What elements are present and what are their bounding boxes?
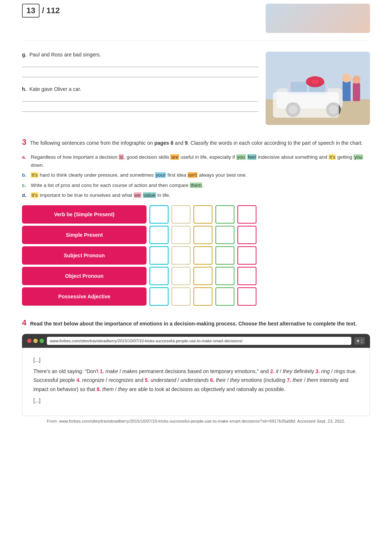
num-3: 3. [315, 368, 320, 374]
page-counter: 13 / 112 [22, 4, 60, 18]
chart-box[interactable] [193, 226, 212, 244]
chart-box[interactable] [149, 287, 169, 306]
chart-box[interactable] [149, 205, 169, 224]
svg-point-11 [311, 80, 319, 84]
chart-label-simple-present: Simple Present [22, 226, 147, 244]
word-you2: you [354, 154, 363, 160]
num-4: 4. [77, 377, 81, 383]
exercise-g-text: g. Paul and Ross are bad singers. [22, 52, 258, 58]
chart-box[interactable] [237, 246, 256, 265]
chart-box[interactable] [149, 226, 169, 244]
section-4: 4 Read the text below about the importan… [22, 317, 370, 423]
section-gh-right [266, 52, 370, 125]
chart-row-possessive-adjective: Possessive Adjective [22, 287, 370, 306]
exercise-h-label: h. [22, 86, 26, 92]
option-understand[interactable]: understand [151, 377, 176, 383]
option-them2[interactable]: them [102, 386, 114, 392]
exercise-h: h. Kate gave Oliver a car. [22, 86, 258, 112]
word-your1: your [155, 172, 166, 178]
exercise-g: g. Paul and Ross are bad singers. [22, 52, 258, 77]
chart-box[interactable] [215, 205, 234, 224]
word-is: is [119, 154, 124, 160]
chart-row-verb-be: Verb be (Simple Present) [22, 205, 370, 224]
browser-url[interactable]: www.forbes.com/sites/travisbradberry/201… [47, 337, 351, 345]
exercise-g-line2[interactable] [22, 70, 258, 77]
option-they3[interactable]: they [118, 386, 127, 392]
browser-more-button[interactable]: + : [354, 337, 365, 345]
chart-box[interactable] [237, 267, 256, 285]
ellipsis-end: [...] [33, 397, 359, 405]
option-recognize[interactable]: recognize [82, 377, 104, 383]
option-them[interactable]: them [307, 377, 318, 383]
option-rings[interactable]: rings [334, 368, 345, 374]
car-image [266, 52, 370, 125]
exercise-g-label: g. [22, 52, 26, 58]
chart-box[interactable] [171, 267, 191, 285]
chart-box[interactable] [193, 205, 212, 224]
chart-boxes-object-pronoun [149, 267, 256, 285]
letter-d: d. [22, 191, 28, 199]
option-recognizes[interactable]: recognizes [108, 377, 133, 383]
chart-label-object-pronoun: Object Pronoun [22, 267, 147, 285]
chart-box[interactable] [149, 267, 169, 285]
exercise-h-sentence: Kate gave Oliver a car. [29, 86, 81, 92]
chart-box[interactable] [193, 287, 212, 306]
chart-box[interactable] [149, 246, 169, 265]
word-we: we [134, 192, 141, 198]
browser-content: [...] There's an old saying: "Don't 1. m… [22, 348, 370, 416]
option-understands[interactable]: understands [181, 377, 209, 383]
chart-box[interactable] [193, 246, 212, 265]
exercise-g-sentence: Paul and Ross are bad singers. [29, 52, 101, 58]
chart-row-object-pronoun: Object Pronoun [22, 267, 370, 285]
chart-box[interactable] [237, 205, 256, 224]
chart-box[interactable] [193, 267, 212, 285]
word-its2: It's [31, 172, 38, 178]
maximize-dot[interactable] [40, 339, 44, 343]
letter-a: a. [22, 153, 28, 169]
chart-box[interactable] [171, 226, 191, 244]
option-makes[interactable]: makes [122, 368, 137, 374]
letter-c: c. [22, 181, 28, 189]
svg-point-15 [352, 76, 360, 84]
list-item: d. It's important to be true to ourselve… [22, 191, 370, 199]
svg-point-6 [286, 102, 300, 117]
word-them: them [190, 183, 202, 188]
exercise-g-line1[interactable] [22, 60, 258, 67]
section4-instruction: 4 Read the text below about the importan… [22, 317, 370, 329]
minimize-dot[interactable] [33, 339, 38, 343]
chart-box[interactable] [171, 287, 191, 306]
exercise-h-line2[interactable] [22, 104, 258, 112]
chart-box[interactable] [171, 246, 191, 265]
car-image-svg [266, 52, 370, 125]
chart-row-subject-pronoun: Subject Pronoun [22, 246, 370, 265]
option-their2[interactable]: their [293, 377, 303, 383]
chart-table: Verb be (Simple Present) Simple Present [22, 205, 370, 306]
chart-box[interactable] [215, 287, 234, 306]
word-are: are [170, 154, 179, 160]
num-8: 8. [97, 386, 101, 392]
chart-box[interactable] [215, 267, 234, 285]
chart-box[interactable] [237, 226, 256, 244]
option-they[interactable]: they [283, 368, 292, 374]
word-its3: It's [31, 192, 38, 198]
page-separator: / [42, 6, 44, 15]
svg-point-7 [289, 105, 297, 114]
option-they2[interactable]: they [230, 377, 240, 383]
section-gh-left: g. Paul and Ross are bad singers. h. Kat… [22, 52, 258, 125]
option-ring[interactable]: ring [321, 368, 330, 374]
option-make[interactable]: make [106, 368, 118, 374]
chart-box[interactable] [215, 246, 234, 265]
chart-box[interactable] [215, 226, 234, 244]
option-it[interactable]: it [276, 368, 278, 374]
close-dot[interactable] [27, 339, 32, 343]
chart-box[interactable] [171, 205, 191, 224]
svg-rect-14 [353, 83, 360, 101]
exercise-h-line1[interactable] [22, 94, 258, 102]
chart-row-simple-present: Simple Present [22, 226, 370, 244]
svg-point-8 [326, 102, 341, 117]
sentence-list: a. Regardless of how important a decisio… [22, 153, 370, 199]
article-text: There's an old saying: "Don't 1. make / … [33, 367, 359, 394]
chart-boxes-subject-pronoun [149, 246, 256, 265]
option-their[interactable]: their [216, 377, 226, 383]
chart-box[interactable] [237, 287, 256, 306]
